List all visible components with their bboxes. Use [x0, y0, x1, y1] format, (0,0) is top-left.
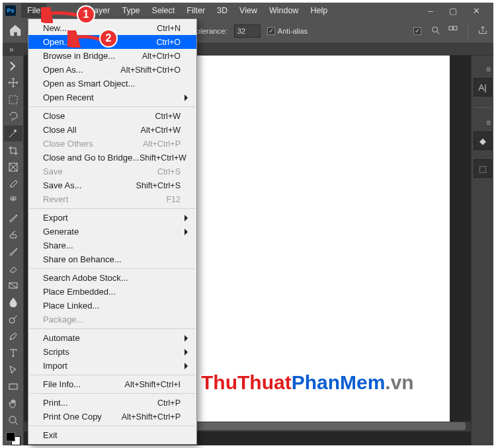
lasso-tool[interactable]: [4, 109, 22, 125]
file-menu-item[interactable]: Open as Smart Object...: [28, 77, 196, 91]
magic-wand-tool[interactable]: [4, 126, 22, 141]
file-menu-item[interactable]: Open As...Alt+Shift+Ctrl+O: [28, 63, 196, 77]
zoom-tool[interactable]: [4, 412, 22, 428]
tolerance-input[interactable]: [234, 24, 261, 38]
file-menu-item[interactable]: Close AllAlt+Ctrl+W: [28, 123, 196, 137]
option-checkbox[interactable]: [413, 27, 421, 35]
frame-tool[interactable]: [4, 159, 22, 175]
clone-stamp-tool[interactable]: [4, 227, 22, 243]
menu-edit[interactable]: [46, 8, 65, 13]
menu-view[interactable]: View: [233, 3, 263, 18]
layers-panel-icon[interactable]: ◆: [474, 131, 492, 150]
type-tool[interactable]: [4, 345, 22, 361]
file-menu-item[interactable]: File Info...Alt+Shift+Ctrl+I: [28, 377, 196, 391]
file-menu-item[interactable]: Generate: [28, 225, 196, 239]
right-panels: ≡ A| ≡ ◆ ⬚: [471, 56, 493, 445]
menu-item-label: File Info...: [43, 379, 81, 389]
tab-overflow-icon[interactable]: »: [7, 45, 17, 54]
menu-filter[interactable]: Filter: [181, 3, 211, 18]
menu-item-label: Open...: [43, 37, 71, 47]
menu-item-label: Close All: [43, 125, 77, 135]
hand-tool[interactable]: [4, 396, 22, 412]
file-menu-item[interactable]: Automate: [28, 331, 196, 345]
panel-menu-icon[interactable]: ≡: [486, 118, 493, 128]
antialias-checkbox[interactable]: Anti-alias: [267, 27, 308, 35]
menu-item-shortcut: F12: [166, 195, 181, 204]
menu-item-label: Export: [43, 213, 68, 223]
dodge-tool[interactable]: [4, 311, 22, 327]
file-menu-item[interactable]: Print...Ctrl+P: [28, 396, 196, 410]
menu-item-label: Open As...: [43, 65, 83, 75]
menu-help[interactable]: Help: [304, 3, 333, 18]
svg-rect-2: [454, 26, 457, 30]
menu-window[interactable]: Window: [263, 3, 304, 18]
file-menu-item[interactable]: Share on Behance...: [28, 252, 196, 266]
spot-heal-tool[interactable]: [4, 193, 22, 209]
file-menu-item[interactable]: Open Recent: [28, 91, 196, 104]
search-icon[interactable]: [431, 25, 441, 37]
watermark-part3: .vn: [385, 371, 413, 393]
file-menu-item[interactable]: Export: [28, 211, 196, 225]
close-button[interactable]: ✕: [470, 5, 483, 17]
chevron-right-icon[interactable]: [4, 58, 22, 74]
menu-item-label: Print One Copy: [43, 412, 102, 422]
move-tool[interactable]: [4, 75, 22, 91]
brush-tool[interactable]: [4, 210, 22, 226]
menu-3d[interactable]: 3D: [211, 3, 233, 18]
file-menu-item[interactable]: Save As...Shift+Ctrl+S: [28, 178, 196, 192]
pen-tool[interactable]: [4, 328, 22, 344]
file-menu-item[interactable]: Browse in Bridge...Alt+Ctrl+O: [28, 49, 196, 63]
file-menu-item[interactable]: Place Linked...: [28, 299, 196, 313]
color-swatches[interactable]: [6, 432, 21, 445]
menu-item-label: Close and Go to Bridge...: [43, 153, 140, 163]
menu-separator: [30, 106, 195, 107]
blur-tool[interactable]: [4, 295, 22, 311]
app-logo: Ps: [5, 5, 16, 16]
left-toolbar: [3, 56, 24, 445]
foreground-color: [6, 432, 15, 441]
menu-item-label: Browse in Bridge...: [43, 51, 115, 61]
menu-separator: [30, 328, 195, 329]
menu-item-label: Print...: [43, 398, 68, 408]
menu-type[interactable]: Type: [116, 3, 145, 18]
menu-item-label: Open Recent: [43, 93, 94, 102]
adjustments-panel-icon[interactable]: ⬚: [474, 159, 492, 178]
home-icon[interactable]: [8, 23, 22, 39]
file-menu-item[interactable]: Place Embedded...: [28, 285, 196, 299]
file-menu-item[interactable]: Search Adobe Stock...: [28, 271, 196, 285]
file-menu-item[interactable]: Exit: [28, 428, 196, 442]
checkbox-icon: [267, 27, 275, 35]
menu-select[interactable]: Select: [146, 3, 181, 18]
file-menu-item[interactable]: Print One CopyAlt+Shift+Ctrl+P: [28, 410, 196, 424]
tolerance-label: Tolerance:: [192, 27, 227, 35]
crop-tool[interactable]: [4, 143, 22, 159]
panel-menu-icon[interactable]: ≡: [486, 65, 493, 74]
eyedropper-tool[interactable]: [4, 176, 22, 192]
arrange-icon[interactable]: [448, 25, 458, 37]
file-menu-item[interactable]: Import: [28, 359, 196, 373]
menu-item-shortcut: Ctrl+P: [157, 398, 181, 408]
svg-point-7: [9, 318, 15, 323]
file-menu-item[interactable]: CloseCtrl+W: [28, 109, 196, 123]
minimize-button[interactable]: –: [426, 5, 436, 17]
file-menu-item[interactable]: Close and Go to Bridge...Shift+Ctrl+W: [28, 151, 196, 165]
rectangle-tool[interactable]: [4, 379, 22, 394]
menu-separator: [30, 393, 195, 394]
menu-item-shortcut: Ctrl+N: [157, 24, 181, 33]
menu-item-shortcut: Alt+Ctrl+W: [141, 126, 181, 135]
share-icon[interactable]: [477, 25, 488, 37]
history-brush-tool[interactable]: [4, 244, 22, 260]
gradient-tool[interactable]: [4, 278, 22, 293]
restore-button[interactable]: ▢: [446, 5, 460, 17]
menu-item-label: Save As...: [43, 180, 82, 190]
path-select-tool[interactable]: [4, 362, 22, 378]
marquee-tool[interactable]: [4, 92, 22, 108]
character-panel-icon[interactable]: A|: [474, 78, 492, 96]
file-menu-item[interactable]: Scripts: [28, 345, 196, 359]
menu-item-label: Generate: [43, 227, 79, 237]
file-menu-item[interactable]: Share...: [28, 239, 196, 252]
eraser-tool[interactable]: [4, 261, 22, 277]
app-window: Ps File Layer Type Select Filter 3D View…: [3, 3, 493, 445]
menu-file[interactable]: File: [21, 3, 46, 18]
menu-item-shortcut: Ctrl+O: [157, 38, 181, 47]
